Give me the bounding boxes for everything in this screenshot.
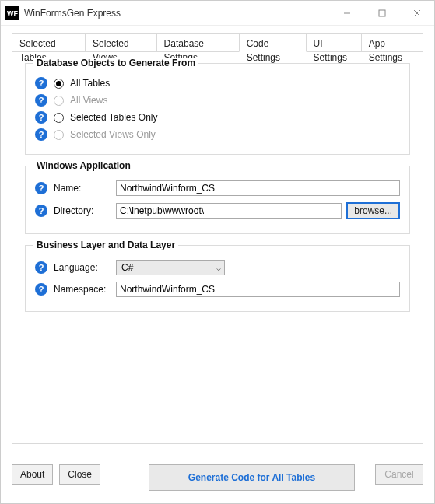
group-windows-application: Windows Application ? Name: ? Directory:… [25, 166, 410, 234]
help-icon[interactable]: ? [35, 283, 47, 296]
tab-selected-views[interactable]: Selected Views [85, 33, 157, 51]
input-namespace[interactable] [116, 282, 400, 297]
footer-bar: About Close Generate Code for All Tables… [1, 455, 434, 503]
tab-selected-tables[interactable]: Selected Tables [12, 33, 86, 51]
about-button[interactable]: About [12, 464, 53, 485]
select-language[interactable]: C# ⌵ [116, 260, 225, 275]
generate-code-button[interactable]: Generate Code for All Tables [149, 464, 355, 491]
label-directory: Directory: [54, 205, 116, 216]
input-app-name[interactable] [116, 180, 400, 196]
group-legend: Windows Application [33, 160, 134, 171]
group-business-layer: Business Layer and Data Layer ? Language… [25, 245, 410, 312]
maximize-button[interactable] [364, 2, 399, 25]
app-window: WF WinFormsGen Express Selected Tables S… [0, 0, 435, 504]
window-title: WinFormsGen Express [24, 8, 329, 19]
input-directory[interactable] [116, 203, 342, 219]
group-legend: Business Layer and Data Layer [33, 240, 178, 250]
select-value: C# [121, 262, 133, 273]
group-database-objects: Database Objects to Generate From ? All … [25, 63, 410, 155]
help-icon[interactable]: ? [35, 182, 47, 194]
row-directory: ? Directory: browse... [35, 199, 400, 222]
help-icon[interactable]: ? [35, 77, 47, 89]
close-window-button[interactable] [399, 2, 434, 25]
tab-content-code-settings: Database Objects to Generate From ? All … [12, 52, 423, 444]
tab-ui-settings[interactable]: UI Settings [306, 33, 362, 51]
cancel-button: Cancel [375, 464, 423, 485]
help-icon[interactable]: ? [35, 111, 47, 124]
radio-selected-tables[interactable] [54, 113, 64, 123]
help-icon[interactable]: ? [35, 94, 47, 107]
help-icon[interactable]: ? [35, 205, 47, 217]
close-button[interactable]: Close [59, 464, 100, 485]
radio-label: Selected Tables Only [70, 112, 158, 123]
option-selected-views: ? Selected Views Only [35, 126, 400, 143]
window-controls [329, 2, 434, 25]
label-language: Language: [54, 262, 116, 273]
option-all-views: ? All Views [35, 92, 400, 109]
radio-label: All Tables [70, 78, 110, 89]
radio-label: All Views [70, 95, 107, 106]
browse-button[interactable]: browse... [346, 202, 400, 219]
client-area: Selected Tables Selected Views Database … [1, 26, 434, 455]
tab-database-settings[interactable]: Database Settings [156, 33, 240, 51]
help-icon[interactable]: ? [35, 128, 47, 141]
spacer [361, 464, 369, 491]
row-app-name: ? Name: [35, 177, 400, 199]
row-language: ? Language: C# ⌵ [35, 257, 400, 278]
chevron-down-icon: ⌵ [216, 264, 221, 272]
radio-all-tables[interactable] [54, 79, 64, 89]
label-name: Name: [54, 183, 116, 194]
row-namespace: ? Namespace: [35, 278, 400, 300]
titlebar: WF WinFormsGen Express [1, 1, 434, 26]
tab-strip: Selected Tables Selected Views Database … [12, 33, 423, 52]
app-icon: WF [5, 6, 19, 20]
option-selected-tables[interactable]: ? Selected Tables Only [35, 109, 400, 126]
group-legend: Database Objects to Generate From [33, 58, 198, 68]
option-all-tables[interactable]: ? All Tables [35, 75, 400, 92]
radio-all-views [54, 96, 64, 106]
tab-app-settings[interactable]: App Settings [361, 33, 423, 51]
radio-selected-views [54, 130, 64, 140]
radio-label: Selected Views Only [70, 129, 156, 140]
svg-rect-1 [379, 10, 385, 16]
spacer [107, 464, 142, 491]
tab-code-settings[interactable]: Code Settings [239, 33, 307, 52]
label-namespace: Namespace: [54, 284, 116, 295]
minimize-button[interactable] [329, 2, 364, 25]
help-icon[interactable]: ? [35, 261, 47, 274]
